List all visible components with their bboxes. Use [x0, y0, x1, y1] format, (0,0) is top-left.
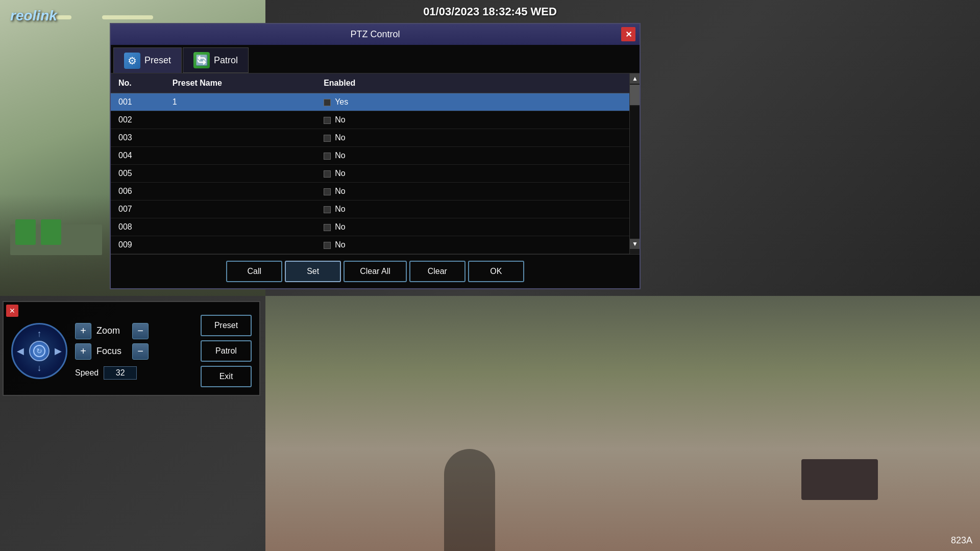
scrollbar-track: ▲ ▼	[629, 73, 640, 254]
table-row[interactable]: 008No	[111, 218, 629, 236]
cell-no: 002	[111, 111, 165, 129]
table-row[interactable]: 009No	[111, 236, 629, 254]
cell-name	[165, 147, 316, 165]
ptz-action-buttons: Call Set Clear All Clear OK	[111, 254, 640, 288]
patrol-tab-icon: 🔄	[193, 52, 210, 68]
cell-no: 009	[111, 236, 165, 254]
joystick-left-arrow: ◀	[17, 345, 24, 357]
cell-enabled: No	[316, 183, 629, 201]
zoom-focus-section: + Zoom − + Focus − Speed	[75, 323, 193, 380]
cell-no: 006	[111, 183, 165, 201]
exit-control-button[interactable]: Exit	[201, 366, 252, 387]
header-enabled: Enabled	[316, 73, 629, 93]
focus-minus-button[interactable]: −	[132, 343, 149, 360]
cell-name	[165, 201, 316, 218]
cell-name	[165, 165, 316, 183]
ptz-title: PTZ Control	[350, 29, 400, 39]
cell-enabled: No	[316, 147, 629, 165]
joystick-ring[interactable]: ◀ ▶	[11, 323, 67, 379]
scrollbar-up-button[interactable]: ▲	[630, 73, 640, 84]
joystick-right-arrow: ▶	[55, 345, 62, 357]
bottom-code: 823A	[951, 535, 972, 546]
cell-enabled: No	[316, 201, 629, 218]
table-row[interactable]: 002No	[111, 111, 629, 129]
enabled-checkbox[interactable]	[324, 153, 331, 160]
ptz-title-bar: PTZ Control ✕	[111, 24, 640, 45]
focus-control-row: + Focus −	[75, 343, 193, 360]
zoom-label: Zoom	[96, 325, 127, 336]
enabled-checkbox[interactable]	[324, 206, 331, 213]
header-no: No.	[111, 73, 165, 93]
cell-name	[165, 129, 316, 147]
camera-bottom-view	[265, 296, 980, 551]
cell-no: 003	[111, 129, 165, 147]
speed-row: Speed	[75, 366, 193, 380]
patrol-tab-label: Patrol	[214, 55, 238, 66]
table-row[interactable]: 007No	[111, 201, 629, 218]
table-row[interactable]: 0011Yes	[111, 93, 629, 111]
table-row[interactable]: 006No	[111, 183, 629, 201]
enabled-checkbox[interactable]	[324, 99, 331, 106]
zoom-control-row: + Zoom −	[75, 323, 193, 339]
tab-patrol[interactable]: 🔄 Patrol	[183, 47, 249, 73]
logo-text: reolink	[10, 8, 57, 23]
preset-table: No. Preset Name Enabled 0011Yes002No003N…	[111, 73, 629, 254]
table-row[interactable]: 004No	[111, 147, 629, 165]
cell-name: 1	[165, 93, 316, 111]
focus-plus-button[interactable]: +	[75, 343, 91, 360]
cell-enabled: No	[316, 111, 629, 129]
preset-tab-icon: ⚙	[124, 53, 140, 69]
cell-enabled: No	[316, 129, 629, 147]
scrollbar-down-button[interactable]: ▼	[630, 239, 640, 249]
cell-enabled: No	[316, 236, 629, 254]
controls-content: ◀ ▶ + Zoom − + Focus − Speed	[11, 315, 252, 387]
cell-no: 004	[111, 147, 165, 165]
ptz-tabs: ⚙ Preset 🔄 Patrol	[111, 45, 640, 73]
cell-no: 008	[111, 218, 165, 236]
call-button[interactable]: Call	[226, 261, 282, 282]
zoom-plus-button[interactable]: +	[75, 323, 91, 339]
joystick-center[interactable]	[29, 341, 50, 361]
preset-tab-label: Preset	[144, 55, 171, 66]
timestamp-display: 01/03/2023 18:32:45 WED	[423, 5, 557, 18]
ptz-controls-panel: ✕ ◀ ▶ + Zoom − + Focus −	[3, 301, 260, 396]
table-row[interactable]: 005No	[111, 165, 629, 183]
cell-enabled: Yes	[316, 93, 629, 111]
brand-logo: reolink	[10, 8, 57, 24]
clear-button[interactable]: Clear	[409, 261, 465, 282]
clear-all-button[interactable]: Clear All	[344, 261, 407, 282]
ptz-controls-close-button[interactable]: ✕	[6, 305, 18, 317]
cell-enabled: No	[316, 218, 629, 236]
enabled-checkbox[interactable]	[324, 242, 331, 249]
ptz-close-button[interactable]: ✕	[621, 27, 635, 41]
ptz-control-action-buttons: Preset Patrol Exit	[201, 315, 252, 387]
set-button[interactable]: Set	[285, 261, 341, 282]
ok-button[interactable]: OK	[468, 261, 524, 282]
table-header-row: No. Preset Name Enabled	[111, 73, 629, 93]
zoom-minus-button[interactable]: −	[132, 323, 149, 339]
speed-label: Speed	[75, 368, 99, 378]
table-row[interactable]: 003No	[111, 129, 629, 147]
cell-no: 005	[111, 165, 165, 183]
tab-preset[interactable]: ⚙ Preset	[113, 47, 182, 73]
joystick[interactable]: ◀ ▶	[11, 323, 67, 379]
cell-no: 001	[111, 93, 165, 111]
cell-no: 007	[111, 201, 165, 218]
cell-name	[165, 218, 316, 236]
patrol-control-button[interactable]: Patrol	[201, 340, 252, 362]
enabled-checkbox[interactable]	[324, 135, 331, 142]
cell-name	[165, 183, 316, 201]
speed-input[interactable]	[104, 366, 137, 380]
enabled-checkbox[interactable]	[324, 224, 331, 231]
preset-table-container: No. Preset Name Enabled 0011Yes002No003N…	[111, 73, 640, 254]
cell-name	[165, 236, 316, 254]
cell-enabled: No	[316, 165, 629, 183]
enabled-checkbox[interactable]	[324, 170, 331, 178]
focus-label: Focus	[96, 346, 127, 357]
enabled-checkbox[interactable]	[324, 188, 331, 195]
preset-control-button[interactable]: Preset	[201, 315, 252, 336]
scrollbar-thumb[interactable]	[630, 85, 640, 105]
joystick-rotate-icon	[33, 345, 45, 357]
scrollbar-track-bg	[630, 106, 640, 239]
enabled-checkbox[interactable]	[324, 117, 331, 124]
